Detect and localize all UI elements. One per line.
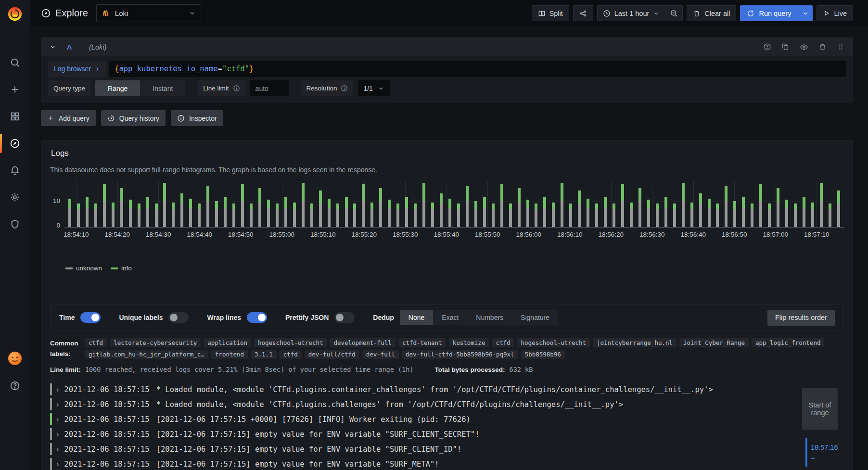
expand-chevron-icon[interactable]: › [56, 430, 59, 439]
resolution-label: Resolution [301, 80, 354, 96]
expand-chevron-icon[interactable]: › [56, 400, 59, 409]
grafana-logo[interactable] [7, 6, 23, 22]
histogram-bar [396, 203, 399, 227]
x-tick-label: 18:55:10 [310, 231, 336, 238]
label-chip: application [204, 338, 251, 347]
log-row[interactable]: ›2021-12-06 18:57:15[2021-12-06 17:57:15… [50, 457, 844, 470]
x-tick-label: 18:56:50 [722, 231, 747, 238]
x-axis: 18:54:1018:54:2018:54:3018:54:4018:54:50… [64, 231, 844, 240]
dedup-option-none[interactable]: None [400, 310, 433, 325]
disable-query-button[interactable] [800, 43, 808, 51]
query-label-name: app_kubernetes_io_name [119, 64, 217, 73]
query-input[interactable]: {app_kubernetes_io_name="ctfd"} [109, 61, 846, 77]
line-limit-summary: Line limit: 1000 reached, received logs … [50, 366, 844, 373]
history-icon [107, 114, 115, 122]
time-range-button[interactable]: Last 1 hour [598, 6, 665, 21]
line-limit-label: Line limit [198, 80, 245, 96]
time-toggle[interactable] [80, 312, 101, 323]
legend-item-unknown[interactable]: unknown [65, 265, 102, 272]
histogram-bar [155, 203, 158, 227]
zoom-out-button[interactable] [665, 6, 682, 21]
clear-all-button[interactable]: Clear all [687, 5, 736, 21]
histogram-bar [94, 203, 97, 227]
query-type-range[interactable]: Range [95, 80, 140, 96]
log-row[interactable]: ›2021-12-06 18:57:15[2021-12-06 17:57:15… [50, 412, 844, 427]
expand-chevron-icon[interactable]: › [56, 415, 59, 424]
log-row[interactable]: ›2021-12-06 18:57:15[2021-12-06 17:57:15… [50, 427, 844, 442]
label-chip: kustomize [449, 338, 489, 347]
histogram-bar [103, 184, 106, 227]
log-browser-button[interactable]: Log browser [48, 61, 106, 77]
histogram-bar [621, 184, 624, 227]
datasource-name: Loki [115, 9, 184, 17]
dedup-option-exact[interactable]: Exact [433, 310, 467, 325]
split-button[interactable]: Split [532, 5, 569, 21]
histogram-bar [829, 203, 831, 227]
histogram-bar [509, 203, 512, 227]
drag-dots-icon [837, 43, 845, 51]
sidebar-item-help[interactable] [5, 376, 25, 395]
dedup-option-numbers[interactable]: Numbers [467, 310, 512, 325]
run-query-main[interactable]: Run query [740, 5, 798, 21]
query-ref-id[interactable]: A [67, 43, 72, 51]
histogram-bar [276, 203, 279, 227]
eye-icon [800, 43, 808, 51]
gridline-vertical [776, 181, 776, 228]
log-row[interactable]: ›2021-12-06 18:57:15* Loaded module, <mo… [50, 397, 844, 412]
start-of-range-button[interactable]: Start of range [802, 388, 838, 430]
log-row[interactable]: ›2021-12-06 18:57:15* Loaded module, <mo… [50, 382, 844, 397]
inspector-button[interactable]: Inspector [171, 110, 223, 126]
sidebar-item-search[interactable] [5, 53, 25, 72]
topbar: Explore Loki Split Last 1 hour [30, 0, 868, 26]
query-type-instant[interactable]: Instant [140, 80, 185, 96]
drag-handle[interactable] [837, 43, 845, 51]
flip-results-order-button[interactable]: Flip results order [767, 310, 835, 326]
legend-swatch-unknown [65, 267, 73, 269]
add-query-button[interactable]: Add query [41, 110, 96, 126]
expand-chevron-icon[interactable]: › [56, 385, 59, 394]
collapse-chevron-icon[interactable] [49, 43, 56, 51]
histogram-bar [353, 203, 356, 227]
logs-histogram: 10 0 [50, 181, 844, 228]
expand-chevron-icon[interactable]: › [56, 460, 59, 469]
x-axis-baseline [64, 227, 844, 228]
query-history-button[interactable]: Query history [101, 110, 166, 126]
sidebar-item-alerting[interactable] [5, 161, 25, 180]
legend-item-info[interactable]: info [111, 265, 132, 272]
prettify-json-toggle[interactable] [334, 312, 355, 323]
label-chip: dev-full-ctfd-5bb8598b96-pq9xl [402, 350, 518, 359]
live-button[interactable]: Live [817, 5, 853, 21]
histogram-bar [310, 203, 313, 227]
histogram-note: This datasource does not support full-ra… [50, 166, 844, 174]
label-chip: 3.1.1 [251, 350, 277, 359]
duplicate-query-button[interactable] [781, 43, 790, 51]
remove-query-button[interactable] [818, 43, 827, 51]
histogram-bar [431, 203, 434, 227]
histogram-bar [129, 200, 132, 227]
histogram-bar [613, 203, 615, 227]
expand-chevron-icon[interactable]: › [56, 445, 59, 454]
info-circle-icon [177, 114, 185, 122]
gridline-vertical [447, 181, 447, 228]
sidebar-item-create[interactable] [5, 80, 25, 99]
run-query-dropdown[interactable] [798, 5, 813, 21]
sidebar-item-server-admin[interactable] [5, 215, 25, 234]
datasource-picker[interactable]: Loki [96, 4, 201, 22]
query-help-button[interactable] [763, 43, 771, 51]
log-row[interactable]: ›2021-12-06 18:57:15[2021-12-06 17:57:15… [50, 442, 844, 457]
gridline-vertical [487, 181, 488, 228]
share-button[interactable] [573, 5, 593, 21]
sidebar-item-explore[interactable] [5, 134, 25, 153]
unique-labels-toggle[interactable] [168, 312, 189, 323]
line-limit-input[interactable]: auto [250, 80, 289, 96]
query-datasource-hint: (Loki) [89, 43, 106, 51]
resolution-select[interactable]: 1/1 [358, 80, 389, 96]
gridline-vertical [158, 181, 159, 228]
log-message: [2021-12-06 17:57:15 +0000] [77626] [INF… [156, 415, 471, 424]
sidebar-item-dashboards[interactable] [5, 107, 25, 126]
sidebar-item-profile[interactable] [5, 349, 25, 368]
wrap-lines-toggle[interactable] [247, 312, 267, 323]
sidebar-item-configuration[interactable] [5, 188, 25, 207]
histogram-bar [742, 197, 745, 227]
dedup-option-signature[interactable]: Signature [512, 310, 558, 325]
